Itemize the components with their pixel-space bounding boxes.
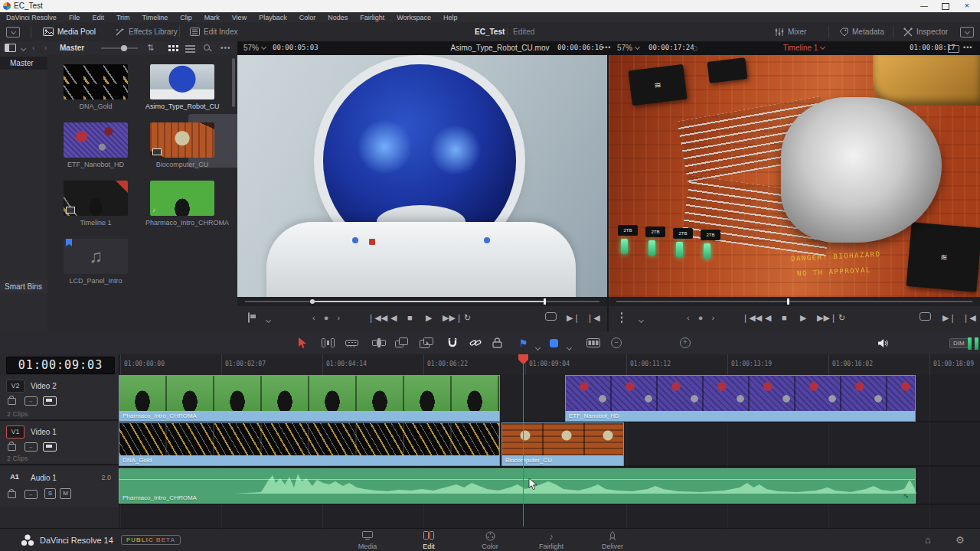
project-manager-icon[interactable]: ⌂ bbox=[925, 534, 931, 546]
metadata-button[interactable]: Metadata bbox=[839, 22, 884, 41]
menu-timeline[interactable]: Timeline bbox=[136, 12, 175, 21]
timeline-playhead-marker[interactable] bbox=[787, 298, 789, 305]
menu-davinci-resolve[interactable]: DaVinci Resolve bbox=[0, 12, 63, 21]
go-to-last-frame-button[interactable]: ▶▶❘ bbox=[817, 312, 837, 323]
timeline-options-icon[interactable]: ••• bbox=[963, 44, 972, 51]
loop-button[interactable]: ↻ bbox=[464, 312, 471, 323]
mixer-button[interactable]: Mixer bbox=[775, 22, 806, 41]
page-tab-fairlight[interactable]: ♪ Fairlight bbox=[526, 530, 577, 551]
menu-view[interactable]: View bbox=[226, 12, 253, 21]
timeline-viewer-image[interactable]: ≋ ≋ 2TB 2TB 2TB 2TB DANGER! BIOHAZARD NO… bbox=[609, 55, 980, 297]
flag-button[interactable]: ⚑ bbox=[519, 336, 528, 350]
audio-mute-button[interactable] bbox=[877, 336, 888, 350]
playhead-line[interactable] bbox=[523, 354, 524, 527]
media-clip-etf-nanobot[interactable]: ETF_Nanobot_HD bbox=[59, 122, 132, 168]
media-pool-button[interactable]: Media Pool bbox=[43, 22, 96, 41]
snapping-toggle[interactable] bbox=[447, 336, 458, 350]
transform-mode-chevron[interactable] bbox=[636, 315, 643, 326]
track-view-toggle[interactable] bbox=[43, 396, 57, 406]
timeline-ruler[interactable]: 01:00:00:00 01:00:02:07 01:00:04:14 01:0… bbox=[119, 354, 980, 376]
grid-view-icon[interactable] bbox=[168, 45, 178, 52]
next-edit-button[interactable]: ▶❘ bbox=[567, 312, 580, 323]
inspector-button[interactable]: Inspector bbox=[903, 22, 948, 41]
page-tab-edit[interactable]: Edit bbox=[403, 530, 454, 551]
stop-button[interactable]: ■ bbox=[407, 312, 413, 323]
menu-trim[interactable]: Trim bbox=[110, 12, 136, 21]
trim-edit-mode-tool[interactable] bbox=[322, 336, 335, 350]
maximize-button[interactable] bbox=[936, 1, 956, 11]
next-edit-button[interactable]: ▶❘ bbox=[942, 312, 956, 323]
link-toggle[interactable] bbox=[469, 336, 482, 350]
display-mode-chevron[interactable] bbox=[263, 315, 270, 326]
source-options-icon[interactable]: ••• bbox=[602, 44, 611, 51]
timeline-clip-dna-gold[interactable]: DNA_Gold bbox=[119, 422, 500, 466]
track-view-toggle[interactable] bbox=[43, 442, 57, 452]
display-mode-button[interactable] bbox=[248, 312, 250, 323]
menu-nodes[interactable]: Nodes bbox=[322, 12, 354, 21]
project-settings-icon[interactable]: ⚙ bbox=[956, 534, 965, 546]
menu-edit[interactable]: Edit bbox=[86, 12, 110, 21]
stop-button[interactable]: ■ bbox=[782, 312, 787, 323]
audio-meters-toggle[interactable] bbox=[968, 337, 978, 350]
thumb-size-slider[interactable] bbox=[101, 47, 138, 49]
timeline-clip-etf-nanobot[interactable]: ETF_Nanobot_HD bbox=[565, 375, 916, 422]
auto-select-toggle[interactable]: ↔ bbox=[24, 490, 38, 499]
previous-edit-button[interactable]: ❘◀ bbox=[962, 312, 976, 323]
nav-back-icon[interactable]: ‹ bbox=[32, 44, 34, 52]
nav-forward-icon[interactable]: › bbox=[44, 44, 47, 52]
menu-file[interactable]: File bbox=[63, 12, 87, 21]
step-back-button[interactable]: ◀ bbox=[765, 312, 771, 323]
menu-clip[interactable]: Clip bbox=[174, 12, 198, 21]
go-to-first-frame-button[interactable]: ❘◀◀ bbox=[368, 312, 387, 323]
step-back-button[interactable]: ◀ bbox=[390, 312, 397, 323]
marker-button[interactable] bbox=[550, 336, 558, 350]
track-lock-toggle[interactable] bbox=[8, 444, 16, 451]
source-zoom-select[interactable]: 57% bbox=[243, 44, 266, 52]
media-clip-asimo-robot[interactable]: Asimo_Type_Robot_CU bbox=[145, 64, 219, 110]
pool-breadcrumb[interactable]: Master bbox=[60, 44, 84, 52]
loop-button[interactable]: ↻ bbox=[838, 312, 845, 323]
play-button[interactable]: ▶ bbox=[426, 312, 432, 323]
page-tab-media[interactable]: Media bbox=[342, 530, 393, 551]
media-clip-timeline-1[interactable]: Timeline 1 bbox=[59, 181, 132, 227]
timeline-zoom-select[interactable]: 57% bbox=[617, 44, 639, 52]
selection-mode-tool[interactable] bbox=[297, 336, 307, 350]
bin-master[interactable]: Master bbox=[0, 57, 47, 70]
mute-toggle[interactable]: M bbox=[60, 488, 71, 499]
display-icon[interactable] bbox=[948, 45, 959, 53]
play-button[interactable]: ▶ bbox=[800, 312, 806, 323]
pool-scrollbar[interactable] bbox=[232, 58, 235, 107]
menu-help[interactable]: Help bbox=[437, 12, 464, 21]
marker-chevron[interactable] bbox=[564, 341, 571, 355]
transform-mode-button[interactable] bbox=[621, 312, 622, 323]
timeline-scrubber[interactable] bbox=[609, 297, 980, 306]
menu-color[interactable]: Color bbox=[293, 12, 322, 21]
previous-edit-button[interactable]: ❘◀ bbox=[586, 312, 600, 323]
menu-workspace[interactable]: Workspace bbox=[390, 12, 437, 21]
menu-fairlight[interactable]: Fairlight bbox=[354, 12, 390, 21]
close-button[interactable]: × bbox=[957, 1, 977, 11]
right-panel-toggle[interactable] bbox=[960, 22, 974, 41]
bin-list-toggle-icon[interactable] bbox=[5, 44, 16, 54]
media-clip-lcd-panel-intro[interactable]: ♫ LCD_Panel_Intro bbox=[59, 239, 132, 285]
go-to-first-frame-button[interactable]: ❘◀◀ bbox=[742, 312, 762, 323]
search-icon[interactable] bbox=[204, 44, 211, 52]
auto-select-toggle[interactable]: ↔ bbox=[24, 442, 38, 452]
track-lock-toggle[interactable] bbox=[8, 491, 16, 498]
track-lock-toggle[interactable] bbox=[8, 398, 16, 405]
minimize-button[interactable]: — bbox=[914, 1, 934, 11]
media-clip-dna-gold[interactable]: DNA_Gold bbox=[59, 64, 132, 110]
razor-edit-mode-tool[interactable] bbox=[345, 336, 358, 350]
solo-toggle[interactable]: S bbox=[44, 488, 56, 499]
timeline-clip-pharmaco-audio[interactable]: Pharmaco_Intro_CHROMA ∿ bbox=[119, 468, 916, 504]
timeline-view-options[interactable] bbox=[586, 336, 600, 350]
go-to-last-frame-button[interactable]: ▶▶❘ bbox=[443, 312, 462, 323]
left-panel-toggle[interactable] bbox=[6, 22, 20, 41]
in-point-marker[interactable] bbox=[310, 299, 315, 304]
media-clip-biocomputer[interactable]: Biocomputer_CU bbox=[145, 122, 219, 168]
dim-button[interactable]: DIM bbox=[949, 336, 969, 350]
jog-control[interactable]: ‹ ● › bbox=[312, 312, 343, 323]
source-viewer-image[interactable] bbox=[237, 55, 607, 297]
fade-curve-icon[interactable]: ∿ bbox=[903, 492, 909, 500]
timeline-clip-pharmaco-v2[interactable]: Pharmaco_Intro_CHROMA bbox=[119, 375, 500, 422]
